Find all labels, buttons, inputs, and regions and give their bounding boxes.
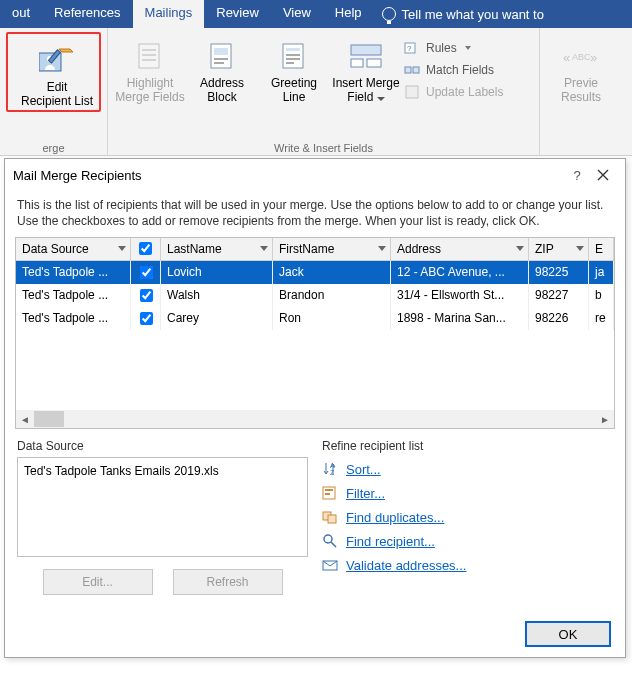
tab-view[interactable]: View xyxy=(271,0,323,28)
highlight-box: EditRecipient List xyxy=(6,32,101,112)
find-duplicates-link[interactable]: Find duplicates... xyxy=(322,509,613,525)
cell-e: ja xyxy=(589,261,614,284)
svg-rect-15 xyxy=(286,62,294,64)
data-source-label: Data Source xyxy=(17,439,308,453)
dropdown-icon[interactable] xyxy=(576,246,584,251)
cell-address: 31/4 - Ellsworth St... xyxy=(391,284,529,307)
insert-field-icon xyxy=(348,38,384,74)
cell-address: 1898 - Marina San... xyxy=(391,307,529,330)
col-check-all[interactable] xyxy=(131,238,161,261)
cell-check[interactable] xyxy=(131,261,161,284)
match-fields-icon xyxy=(404,62,420,78)
filter-link[interactable]: Filter... xyxy=(322,485,613,501)
col-firstname[interactable]: FirstName xyxy=(273,238,391,261)
group-label-merge: erge xyxy=(0,142,107,154)
tab-review[interactable]: Review xyxy=(204,0,271,28)
tab-mailings[interactable]: Mailings xyxy=(133,0,205,28)
col-lastname[interactable]: LastName xyxy=(161,238,273,261)
tab-help[interactable]: Help xyxy=(323,0,374,28)
find-icon xyxy=(322,533,338,549)
help-button[interactable]: ? xyxy=(565,168,589,183)
row-checkbox[interactable] xyxy=(140,266,153,279)
refine-links: AZ Sort... Filter... Find duplicates... … xyxy=(322,457,613,573)
tab-layout-partial[interactable]: out xyxy=(0,0,42,28)
row-checkbox[interactable] xyxy=(140,312,153,325)
greeting-line-icon xyxy=(276,38,312,74)
sort-link[interactable]: AZ Sort... xyxy=(322,461,613,477)
group-label-write-insert: Write & Insert Fields xyxy=(108,142,539,154)
horizontal-scrollbar[interactable]: ◄ ► xyxy=(16,410,614,428)
cell-firstname: Brandon xyxy=(273,284,391,307)
ok-button[interactable]: OK xyxy=(525,621,611,647)
svg-text:«: « xyxy=(563,50,570,65)
group-start-merge: EditRecipient List erge xyxy=(0,28,108,156)
dialog-title: Mail Merge Recipients xyxy=(13,168,565,183)
tell-me[interactable]: Tell me what you want to xyxy=(374,0,552,28)
insert-merge-field-button[interactable]: Insert MergeField xyxy=(330,32,402,156)
filter-icon xyxy=(322,485,338,501)
ribbon-tabs: out References Mailings Review View Help… xyxy=(0,0,632,28)
col-address[interactable]: Address xyxy=(391,238,529,261)
svg-rect-21 xyxy=(405,67,411,73)
svg-rect-33 xyxy=(328,515,336,523)
svg-text:»: » xyxy=(590,50,597,65)
table-row[interactable]: Ted's Tadpole ... Lovich Jack 12 - ABC A… xyxy=(16,261,614,284)
greeting-line-button[interactable]: GreetingLine xyxy=(258,32,330,156)
dropdown-icon[interactable] xyxy=(260,246,268,251)
data-source-panel: Data Source Ted's Tadpole Tanks Emails 2… xyxy=(17,439,308,595)
table-row[interactable]: Ted's Tadpole ... Carey Ron 1898 - Marin… xyxy=(16,307,614,330)
sort-icon: AZ xyxy=(322,461,338,477)
validate-addresses-link[interactable]: Validate addresses... xyxy=(322,557,613,573)
dropdown-icon xyxy=(377,97,385,101)
ribbon-groups: EditRecipient List erge HighlightMerge F… xyxy=(0,28,632,156)
recipients-table: Data Source LastName FirstName Address Z… xyxy=(15,237,615,429)
col-e[interactable]: E xyxy=(589,238,614,261)
cell-firstname: Jack xyxy=(273,261,391,284)
close-button[interactable] xyxy=(589,161,617,189)
group-write-insert: HighlightMerge Fields AddressBlock Greet… xyxy=(108,28,540,156)
dropdown-icon[interactable] xyxy=(378,246,386,251)
scroll-left-icon[interactable]: ◄ xyxy=(16,410,34,428)
cell-check[interactable] xyxy=(131,284,161,307)
cell-e: re xyxy=(589,307,614,330)
row-checkbox[interactable] xyxy=(140,289,153,302)
refresh-button: Refresh xyxy=(173,569,283,595)
edit-recipient-list-button[interactable]: EditRecipient List xyxy=(12,36,102,108)
dropdown-icon[interactable] xyxy=(118,246,126,251)
cell-lastname: Lovich xyxy=(161,261,273,284)
table-header: Data Source LastName FirstName Address Z… xyxy=(16,238,614,261)
dropdown-icon[interactable] xyxy=(516,246,524,251)
tab-references[interactable]: References xyxy=(42,0,132,28)
rules-button[interactable]: ? Rules xyxy=(404,40,503,56)
svg-rect-7 xyxy=(211,44,231,68)
dialog-lower: Data Source Ted's Tadpole Tanks Emails 2… xyxy=(5,429,625,595)
address-block-button[interactable]: AddressBlock xyxy=(186,32,258,156)
table-body: Ted's Tadpole ... Lovich Jack 12 - ABC A… xyxy=(16,261,614,410)
rules-icon: ? xyxy=(404,40,420,56)
svg-rect-22 xyxy=(413,67,419,73)
scroll-track[interactable] xyxy=(34,411,596,427)
highlight-merge-fields-button: HighlightMerge Fields xyxy=(114,32,186,156)
col-data-source[interactable]: Data Source xyxy=(16,238,131,261)
table-row[interactable]: Ted's Tadpole ... Walsh Brandon 31/4 - E… xyxy=(16,284,614,307)
scroll-thumb[interactable] xyxy=(34,411,64,427)
find-recipient-link[interactable]: Find recipient... xyxy=(322,533,613,549)
ribbon: out References Mailings Review View Help… xyxy=(0,0,632,156)
data-source-item[interactable]: Ted's Tadpole Tanks Emails 2019.xls xyxy=(24,464,301,478)
svg-text:?: ? xyxy=(407,44,412,53)
svg-rect-10 xyxy=(214,62,224,64)
preview-icon: «ABC» xyxy=(563,38,599,74)
cell-check[interactable] xyxy=(131,307,161,330)
select-all-checkbox[interactable] xyxy=(139,242,152,255)
svg-text:A: A xyxy=(330,462,335,469)
col-zip[interactable]: ZIP xyxy=(529,238,589,261)
data-source-list[interactable]: Ted's Tadpole Tanks Emails 2019.xls xyxy=(17,457,308,557)
svg-rect-4 xyxy=(142,49,156,51)
scroll-right-icon[interactable]: ► xyxy=(596,410,614,428)
cell-lastname: Walsh xyxy=(161,284,273,307)
match-fields-button[interactable]: Match Fields xyxy=(404,62,503,78)
address-block-icon xyxy=(204,38,240,74)
tell-me-text: Tell me what you want to xyxy=(402,7,544,22)
svg-rect-17 xyxy=(351,59,363,67)
cell-data-source: Ted's Tadpole ... xyxy=(16,284,131,307)
